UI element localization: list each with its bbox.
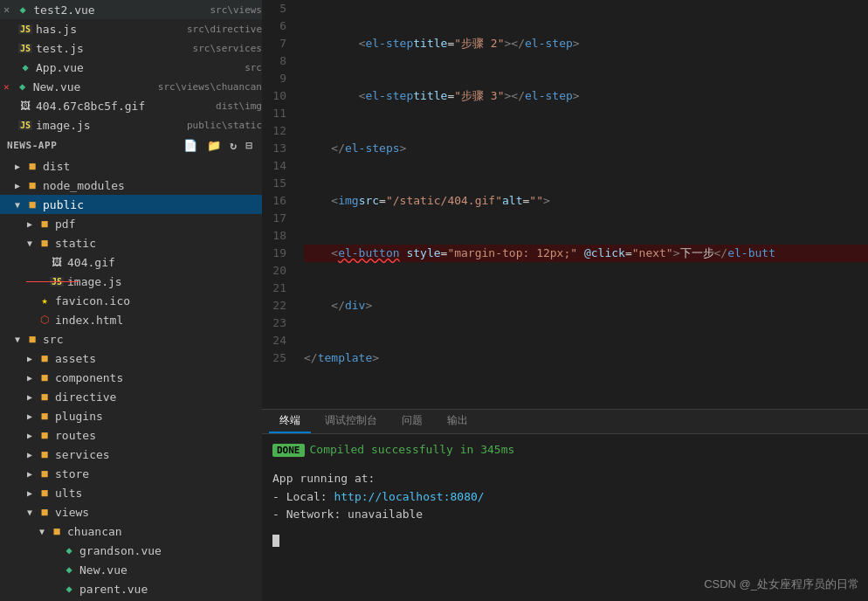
close-icon[interactable]: ✕ [3, 81, 10, 93]
tree-item-routes[interactable]: ▶ ■ routes [0, 425, 262, 445]
tree-item-404gif[interactable]: 🖼 404.gif [0, 252, 262, 272]
file-label: has.js [36, 23, 183, 36]
tree-item-favicon[interactable]: ★ favicon.ico [0, 291, 262, 310]
file-label: 404.67c8bc5f.gif [36, 100, 212, 113]
file-label: favicon.ico [55, 294, 262, 307]
section-header-icons: 📄 📁 ↻ ⊟ [182, 138, 255, 153]
arrow-icon: ▼ [10, 335, 24, 344]
arrow-icon: ▶ [10, 162, 24, 171]
terminal-panel: 终端 调试控制台 问题 输出 DONECompiled successfully… [262, 409, 868, 601]
folder-label: views [55, 506, 262, 519]
tree-item-imagejs[interactable]: JS image.js [0, 272, 262, 291]
folder-label: public [43, 198, 262, 211]
arrow-icon: ▶ [23, 219, 37, 229]
folder-label: src [43, 333, 262, 346]
tree-item-static[interactable]: ▼ ■ static [0, 233, 262, 252]
tab-debug[interactable]: 调试控制台 [314, 410, 388, 433]
local-url[interactable]: http://localhost:8080/ [334, 490, 484, 503]
tree-item-public[interactable]: ▼ ■ public [0, 195, 262, 214]
cursor [272, 535, 279, 547]
open-file-hasjs[interactable]: JS has.js src\directive [0, 19, 262, 38]
refresh-icon[interactable]: ↻ [228, 138, 238, 153]
arrow-icon: ▶ [23, 488, 37, 498]
tree-item-src[interactable]: ▼ ■ src [0, 329, 262, 349]
open-file-testjs[interactable]: JS test.js src\services [0, 38, 262, 58]
file-label: New.vue [33, 80, 155, 93]
tree-item-plugins[interactable]: ▶ ■ plugins [0, 406, 262, 425]
open-file-imagejs[interactable]: JS image.js public\static [0, 115, 262, 135]
tree-item-directive[interactable]: ▶ ■ directive [0, 387, 262, 406]
tab-output[interactable]: 输出 [437, 410, 479, 433]
code-view[interactable]: 5 6 7 8 9 10 11 12 13 14 15 16 17 18 19 … [262, 0, 868, 409]
folder-label: store [55, 467, 262, 480]
open-file-appvue[interactable]: ◆ App.vue src [0, 58, 262, 77]
arrow-icon: ▶ [23, 411, 37, 421]
file-label: image.js [67, 275, 262, 288]
tab-terminal[interactable]: 终端 [269, 410, 311, 433]
folder-label: pdf [55, 218, 262, 231]
folder-label: chuancan [67, 525, 262, 538]
tree-item-services[interactable]: ▶ ■ services [0, 445, 262, 464]
local-label: - Local: [272, 490, 327, 503]
code-content[interactable]: <el-step title="步骤 2"></el-step> <el-ste… [297, 0, 868, 409]
tree-item-parentvue[interactable]: ◆ parent.vue [0, 579, 262, 598]
folder-label: dist [43, 160, 262, 173]
tree-item-dist[interactable]: ▶ ■ dist [0, 156, 262, 176]
app-running-label: App running at: [272, 472, 375, 485]
code-line-7: </el-steps> [304, 140, 868, 157]
new-folder-icon[interactable]: 📁 [205, 138, 224, 153]
vue-icon: ◆ [61, 544, 77, 556]
folder-label: assets [55, 352, 262, 365]
code-line-5: <el-step title="步骤 2"></el-step> [304, 35, 868, 52]
file-label: New.vue [79, 563, 262, 577]
folder-icon: ■ [37, 371, 52, 383]
tree-item-newvue[interactable]: ◆ New.vue [0, 560, 262, 579]
vue-icon: ◆ [61, 563, 77, 576]
open-file-newvue[interactable]: ✕ ◆ New.vue src\views\chuancan [0, 77, 262, 96]
tab-problems[interactable]: 问题 [391, 410, 433, 433]
file-path: src\services [193, 43, 262, 54]
tree-item-assets[interactable]: ▶ ■ assets [0, 349, 262, 368]
folder-open-icon: ■ [24, 333, 40, 345]
tree-item-node-modules[interactable]: ▶ ■ node_modules [0, 176, 262, 195]
close-icon[interactable]: ✕ [3, 3, 10, 16]
section-header-news-app[interactable]: NEWS-APP 📄 📁 ↻ ⊟ [0, 135, 262, 156]
file-label: 404.gif [67, 256, 262, 269]
vue-icon: ◆ [15, 3, 31, 16]
gif-icon: 🖼 [49, 256, 65, 268]
code-line-6: <el-step title="步骤 3"></el-step> [304, 87, 868, 105]
terminal-tabs: 终端 调试控制台 问题 输出 [262, 410, 868, 434]
section-title: NEWS-APP [7, 140, 57, 151]
open-file-gif[interactable]: 🖼 404.67c8bc5f.gif dist\img [0, 96, 262, 115]
tree-item-grandsonvue[interactable]: ◆ grandson.vue [0, 541, 262, 560]
folder-label: services [55, 448, 262, 461]
arrow-icon: ▶ [23, 469, 37, 479]
file-path: src\directive [187, 24, 262, 35]
tree-item-pdf[interactable]: ▶ ■ pdf [0, 214, 262, 233]
watermark: CSDN @_处女座程序员的日常 [704, 577, 859, 592]
tree-item-ults[interactable]: ▶ ■ ults [0, 483, 262, 502]
folder-icon: ■ [24, 160, 40, 172]
folder-icon: ■ [37, 448, 52, 460]
folder-icon: ■ [37, 218, 52, 230]
tree-item-chuancan[interactable]: ▼ ■ chuancan [0, 522, 262, 541]
js-icon: JS [17, 119, 33, 131]
tree-item-indexhtml[interactable]: ⬡ index.html [0, 310, 262, 329]
folder-label: routes [55, 429, 262, 442]
folder-open-icon: ■ [24, 198, 40, 211]
tree-item-store[interactable]: ▶ ■ store [0, 464, 262, 483]
folder-icon: ■ [37, 410, 52, 422]
open-file-test2vue[interactable]: ✕ ◆ test2.vue src\views [0, 0, 262, 19]
folder-label: directive [55, 390, 262, 404]
tree-item-components[interactable]: ▶ ■ components [0, 368, 262, 387]
file-path: src [245, 62, 262, 73]
file-path: src\views [210, 4, 262, 16]
collapse-icon[interactable]: ⊟ [245, 138, 255, 153]
file-label: parent.vue [79, 583, 262, 596]
file-label: grandson.vue [79, 544, 262, 557]
new-file-icon[interactable]: 📄 [182, 138, 200, 153]
terminal-network-line: - Network: unavailable [272, 506, 858, 524]
arrow-icon: ▼ [23, 508, 37, 517]
arrow-icon: ▼ [23, 238, 37, 248]
tree-item-views[interactable]: ▼ ■ views [0, 502, 262, 522]
